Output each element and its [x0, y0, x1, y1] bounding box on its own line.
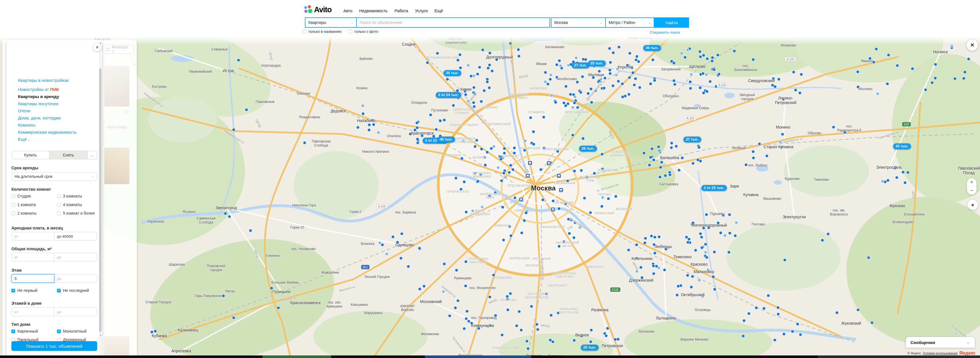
listing-dot[interactable] [552, 199, 555, 203]
listing-dot[interactable] [563, 102, 566, 105]
listing-dot[interactable] [530, 305, 533, 308]
listing-dot[interactable] [571, 134, 574, 137]
listing-dot[interactable] [711, 60, 714, 63]
listing-dot[interactable] [649, 83, 652, 86]
listing-dot[interactable] [542, 116, 546, 119]
area-from-input[interactable] [11, 253, 54, 261]
deal-option-1[interactable]: Снять [49, 151, 87, 159]
listing-dot[interactable] [581, 335, 584, 338]
listing-dot[interactable] [835, 311, 838, 314]
listing-dot[interactable] [463, 327, 466, 330]
listing-dot[interactable] [631, 67, 634, 70]
listing-dot[interactable] [716, 54, 719, 57]
listing-dot[interactable] [466, 310, 469, 313]
listing-dot[interactable] [508, 225, 511, 228]
listing-dot[interactable] [503, 152, 506, 155]
listing-dot[interactable] [277, 306, 280, 310]
listing-dot[interactable] [872, 61, 875, 64]
filter-scrollbar-thumb[interactable] [99, 68, 102, 332]
listing-dot[interactable] [442, 290, 445, 293]
listing-dot[interactable] [558, 59, 561, 62]
listing-dot[interactable] [603, 77, 607, 80]
floor-check[interactable]: Не последний [57, 288, 89, 293]
listing-dot[interactable] [700, 246, 703, 250]
listings-scroll-up-icon[interactable]: ▲ [134, 62, 136, 65]
listing-dot[interactable] [707, 226, 710, 229]
listing-dot[interactable] [491, 70, 494, 73]
listing-dot[interactable] [707, 269, 710, 272]
listing-dot[interactable] [515, 325, 519, 328]
listing-dot[interactable] [644, 237, 647, 240]
listing-dot[interactable] [585, 176, 589, 179]
listing-dot[interactable] [681, 156, 684, 160]
listing-dot[interactable] [556, 150, 559, 153]
listing-dot[interactable] [767, 294, 770, 297]
category-item[interactable]: Квартиры в новостройках [18, 78, 69, 83]
listing-dot[interactable] [796, 323, 799, 326]
listing-dot[interactable] [502, 239, 505, 242]
listing-dot[interactable] [423, 285, 426, 288]
listing-dot[interactable] [249, 229, 252, 232]
map-canvas[interactable]: ХимкиДолгопрудныйМытищиКоролёвЩёлковоБал… [0, 0, 980, 358]
listing-dot[interactable] [699, 55, 702, 59]
listing-dot[interactable] [774, 85, 777, 88]
yandex-logo[interactable]: Яндекс [959, 351, 975, 356]
listing-dot[interactable] [704, 243, 707, 246]
listing-dot[interactable] [689, 80, 692, 84]
price-cluster-badge[interactable]: 38 тыс. [579, 146, 597, 152]
listing-dot[interactable] [465, 260, 468, 263]
listing-dot[interactable] [509, 164, 512, 167]
listing-dot[interactable] [551, 340, 555, 344]
railway-station-icon[interactable] [519, 197, 523, 202]
listing-dot[interactable] [549, 78, 552, 81]
geolocation-button[interactable]: ➤ [967, 199, 978, 210]
category-item[interactable]: Отели [18, 108, 30, 113]
listing-dot[interactable] [638, 86, 641, 89]
price-cluster-badge[interactable]: 20 тыс. [581, 345, 599, 351]
listing-dot[interactable] [702, 227, 705, 230]
listing-dot[interactable] [963, 77, 966, 80]
listing-dot[interactable] [494, 191, 497, 194]
listing-dot[interactable] [902, 171, 905, 174]
listing-dot[interactable] [611, 84, 615, 88]
listing-dot[interactable] [525, 340, 528, 343]
listing-dot[interactable] [609, 72, 612, 75]
listing-dot[interactable] [608, 47, 611, 50]
listing-dot[interactable] [479, 173, 482, 176]
listing-dot[interactable] [467, 100, 470, 103]
listing-dot[interactable] [867, 256, 870, 259]
listing-dot[interactable] [464, 285, 467, 288]
listing-dot[interactable] [501, 206, 504, 209]
price-cluster-badge[interactable]: 2 от 24 тыс. [436, 92, 461, 98]
listing-dot[interactable] [781, 133, 784, 136]
listing-dot[interactable] [513, 152, 516, 155]
listing-dot[interactable] [601, 153, 604, 156]
listing-dot[interactable] [800, 73, 803, 76]
room-option-checkbox[interactable] [57, 203, 61, 207]
listing-dot[interactable] [573, 102, 576, 105]
listing-dot[interactable] [653, 79, 656, 82]
room-option[interactable]: 1 комната [11, 202, 36, 207]
listing-dot[interactable] [565, 85, 568, 88]
listing-dot[interactable] [460, 188, 463, 191]
price-cluster-badge[interactable]: 27 тыс. [572, 62, 590, 68]
listing-dot[interactable] [439, 119, 442, 123]
listing-dot[interactable] [446, 78, 449, 81]
railway-station-icon[interactable] [547, 161, 551, 165]
listing-dot[interactable] [472, 101, 475, 104]
listing-dot[interactable] [509, 292, 512, 295]
listing-dot[interactable] [593, 172, 596, 175]
listing-dot[interactable] [232, 317, 235, 320]
listing-dot[interactable] [684, 56, 687, 59]
listing-dot[interactable] [418, 288, 422, 291]
listing-dot[interactable] [934, 77, 937, 80]
listing-dot[interactable] [592, 76, 595, 79]
listing-dot[interactable] [799, 91, 802, 95]
listing-dot[interactable] [886, 179, 890, 182]
listing-dot[interactable] [608, 69, 611, 72]
listing-dot[interactable] [673, 62, 676, 65]
listing-dot[interactable] [743, 319, 746, 322]
listing-dot[interactable] [886, 83, 889, 86]
listing-dot[interactable] [467, 64, 470, 67]
listing-dot[interactable] [228, 215, 231, 218]
